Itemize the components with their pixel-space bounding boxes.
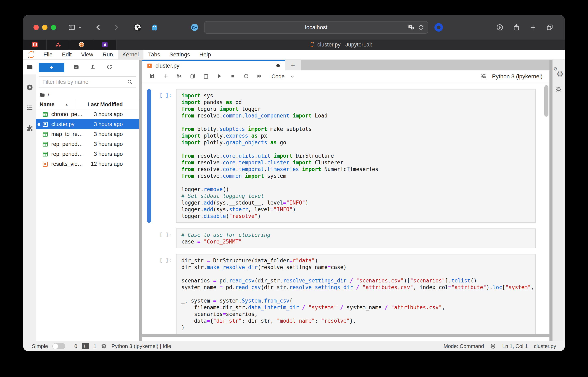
sidebar-item-table-of-contents[interactable] — [23, 100, 36, 115]
file-row[interactable]: results_vie…12 hours ago — [36, 159, 139, 169]
bug-icon — [555, 86, 562, 93]
kernel-chip-button[interactable] — [101, 343, 107, 349]
new-document-tab-button[interactable]: + — [285, 60, 301, 71]
save-button[interactable] — [149, 73, 155, 80]
cplus-extension-button[interactable]: C+ — [190, 23, 199, 32]
notebook-cell[interactable]: [ ]:# Case to use for clusteringcase = "… — [142, 228, 550, 248]
file-filter-input[interactable] — [39, 79, 127, 85]
file-row[interactable]: chrono_pe…3 hours ago — [36, 109, 139, 119]
new-folder-button[interactable] — [73, 64, 79, 71]
menu-item-tabs[interactable]: Tabs — [143, 50, 165, 59]
kernel-status-text[interactable]: Python 3 (ipykernel) | Idle — [111, 343, 171, 349]
new-tab-button[interactable] — [529, 24, 537, 31]
sidebar-item-extensions[interactable] — [23, 121, 36, 135]
paste-cell-button[interactable] — [203, 73, 209, 80]
code-line: from resolve.common.load_component impor… — [181, 112, 530, 119]
minimize-window-button[interactable] — [42, 25, 47, 30]
debugger-button[interactable] — [481, 73, 487, 80]
browser-toolbar: C+ localhost A — [23, 15, 565, 40]
tab-cluster-py[interactable]: cluster.py — [142, 60, 285, 71]
vertical-scrollbar[interactable] — [544, 85, 548, 117]
interrupt-kernel-button[interactable] — [230, 73, 236, 80]
run-cell-button[interactable] — [216, 73, 222, 80]
cell-editor[interactable]: # Case to use for clusteringcase = "Core… — [176, 228, 536, 248]
new-launcher-button[interactable]: + — [39, 63, 64, 72]
statusbar-filename[interactable]: cluster.py — [534, 343, 556, 349]
file-row[interactable]: rep_period…3 hours ago — [36, 139, 139, 149]
simple-mode-toggle[interactable] — [52, 343, 65, 349]
back-button[interactable] — [95, 24, 103, 31]
file-row[interactable]: rep_period…3 hours ago — [36, 149, 139, 159]
breadcrumb[interactable]: / — [36, 90, 139, 100]
cell-active-bar[interactable] — [147, 228, 151, 248]
cell-active-bar[interactable] — [147, 254, 151, 334]
close-window-button[interactable] — [34, 25, 39, 30]
share-button[interactable] — [513, 24, 520, 31]
cell-active-bar[interactable] — [147, 89, 151, 223]
column-header-name[interactable]: Name ▲ — [36, 101, 76, 108]
downloads-button[interactable] — [496, 24, 504, 31]
pinned-tab-mascot[interactable] — [70, 40, 93, 50]
pinned-tab-todoist[interactable] — [23, 40, 47, 50]
cut-cell-button[interactable] — [176, 73, 182, 80]
notebook-cell[interactable]: [ ]:import sysimport pandas as pdfrom lo… — [142, 89, 550, 223]
notebook-cell[interactable]: [ ]:dir_str = DirStructure(data_folder=r… — [142, 254, 550, 334]
pinned-tab-datadog[interactable] — [93, 40, 117, 50]
insert-cell-button[interactable] — [163, 73, 169, 80]
menu-item-file[interactable]: File — [39, 50, 57, 59]
panel-divider-right[interactable] — [550, 60, 553, 341]
restart-run-all-button[interactable] — [257, 73, 263, 80]
column-header-modified[interactable]: Last Modified — [76, 100, 139, 109]
cell-editor[interactable]: dir_str = DirStructure(data_folder=r"dat… — [176, 254, 536, 334]
sidebar-toggle-button[interactable] — [68, 24, 76, 31]
menu-item-kernel[interactable]: Kernel — [118, 50, 143, 59]
url-bar[interactable]: localhost A — [204, 21, 428, 34]
file-row[interactable]: cluster.py3 hours ago — [36, 119, 139, 129]
cell-editor[interactable]: import sysimport pandas as pdfrom loguru… — [176, 89, 536, 223]
file-row[interactable]: map_to_re…3 hours ago — [36, 129, 139, 139]
forward-button[interactable] — [112, 24, 120, 31]
code-line: import pandas as pd — [181, 99, 530, 106]
horizontal-scrollbar[interactable] — [142, 334, 550, 337]
jupyter-logo — [27, 50, 35, 59]
save-icon — [149, 73, 155, 79]
restart-kernel-button[interactable] — [243, 73, 249, 80]
menu-item-run[interactable]: Run — [98, 50, 118, 59]
copy-cell-button[interactable] — [189, 73, 196, 80]
status-bar: Simple 0 $_ 1 Python 3 (ipykernel) | Idl… — [23, 341, 565, 351]
menu-item-edit[interactable]: Edit — [57, 50, 76, 59]
cell-type-dropdown[interactable]: Code — [271, 73, 295, 80]
menu-item-view[interactable]: View — [76, 50, 98, 59]
sidebar-item-debugger[interactable] — [555, 81, 562, 97]
upload-button[interactable] — [90, 64, 96, 71]
panel-divider[interactable] — [139, 60, 142, 341]
sidebar-item-property-inspector[interactable]: ⚙⚙ — [554, 65, 563, 81]
notebook-content[interactable]: [ ]:import sysimport pandas as pdfrom lo… — [142, 83, 550, 341]
cursor-position[interactable]: Ln 1, Col 1 — [502, 343, 528, 349]
sidebar-item-running-kernels[interactable] — [23, 80, 36, 95]
pinned-tab-asana[interactable] — [47, 40, 70, 50]
reload-icon[interactable] — [418, 24, 424, 31]
ghostery-extension-button[interactable] — [150, 23, 159, 32]
zoom-window-button[interactable] — [51, 25, 56, 30]
tab-overview-button[interactable] — [546, 24, 553, 31]
onepassword-extension-button[interactable] — [133, 23, 142, 32]
menu-item-help[interactable]: Help — [195, 50, 216, 59]
terminal-icon[interactable]: $_ — [82, 343, 89, 349]
chevron-right-icon — [112, 24, 120, 31]
active-browser-tab[interactable]: cluster.py - JupyterLab — [117, 40, 565, 50]
puzzle-icon — [26, 124, 33, 132]
translate-icon[interactable]: A — [408, 24, 414, 31]
sort-ascending-icon: ▲ — [65, 103, 68, 106]
menu-item-settings[interactable]: Settings — [165, 50, 195, 59]
command-mode-indicator[interactable]: Mode: Command — [444, 343, 484, 349]
code-line: logger.add(sys.stderr, level="INFO") — [181, 206, 530, 213]
code-line — [181, 179, 530, 186]
trust-shield-icon[interactable] — [490, 343, 496, 349]
gears-icon: ⚙⚙ — [554, 68, 563, 77]
sidebar-chevron-button[interactable] — [78, 25, 82, 30]
kernel-name-button[interactable]: Python 3 (ipykernel) — [492, 73, 542, 80]
profile-avatar[interactable] — [435, 23, 443, 32]
refresh-button[interactable] — [106, 64, 113, 71]
sidebar-item-file-browser[interactable] — [23, 60, 36, 74]
